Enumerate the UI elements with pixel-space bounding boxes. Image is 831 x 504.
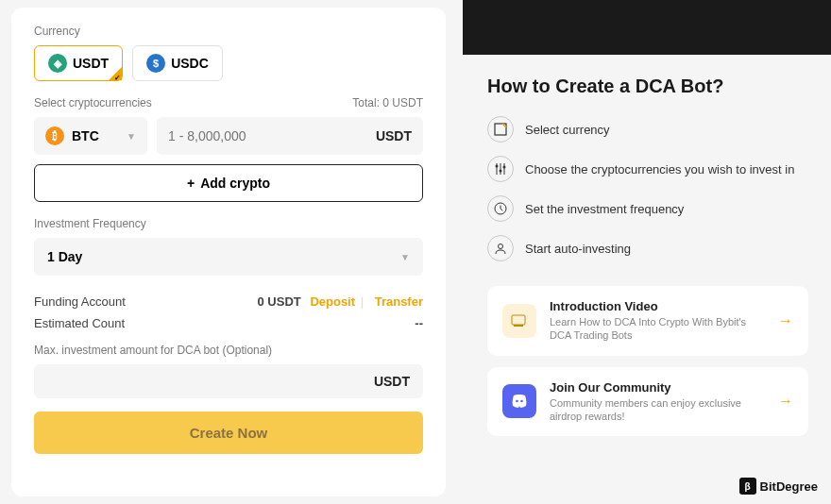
step-1: Select currency <box>487 116 808 143</box>
btc-icon: ₿ <box>45 126 64 145</box>
person-step-icon <box>487 235 514 261</box>
watermark-text: BitDegree <box>760 479 818 494</box>
currency-usdc-button[interactable]: $ USDC <box>132 45 223 81</box>
plus-icon: + <box>187 176 195 191</box>
currency-step-icon <box>487 116 514 143</box>
max-investment-input[interactable] <box>47 364 374 398</box>
chevron-down-icon: ▼ <box>400 252 410 262</box>
svg-point-12 <box>520 400 523 403</box>
svg-point-4 <box>496 165 499 168</box>
funding-account-label: Funding Account <box>34 294 126 309</box>
clock-step-icon <box>487 195 514 222</box>
currency-usdt-button[interactable]: ◈ USDT <box>34 45 123 81</box>
amount-unit: USDT <box>376 128 412 143</box>
deposit-link[interactable]: Deposit <box>310 294 355 309</box>
max-investment-label: Max. investment amount for DCA bot (Opti… <box>34 344 423 357</box>
step-2: Choose the cryptocurrencies you wish to … <box>487 156 808 182</box>
svg-rect-9 <box>512 315 525 325</box>
coin-code: BTC <box>72 128 99 143</box>
select-crypto-label: Select cryptocurrencies <box>34 96 152 109</box>
currency-code: USDC <box>171 56 209 71</box>
frequency-select[interactable]: 1 Day ▼ <box>34 238 423 276</box>
currency-label: Currency <box>34 25 423 38</box>
watermark: β BitDegree <box>739 478 818 495</box>
add-crypto-label: Add crypto <box>200 176 270 191</box>
intro-video-card[interactable]: Introduction Video Learn How to DCA Into… <box>487 286 808 356</box>
svg-point-8 <box>499 244 503 249</box>
card-desc: Community members can enjoy exclusive ai… <box>550 396 765 424</box>
step-text: Select currency <box>525 123 610 137</box>
step-text: Choose the cryptocurrencies you wish to … <box>525 162 794 176</box>
card-title: Join Our Community <box>550 380 765 395</box>
sliders-step-icon <box>487 156 514 182</box>
svg-point-5 <box>500 170 502 173</box>
svg-point-6 <box>503 166 506 169</box>
card-title: Introduction Video <box>550 299 765 313</box>
step-4: Start auto-investing <box>487 235 808 261</box>
step-text: Set the investment frequency <box>525 202 684 216</box>
frequency-value: 1 Day <box>47 249 82 264</box>
arrow-right-icon: → <box>778 312 793 329</box>
usdt-icon: ◈ <box>48 54 67 73</box>
community-card[interactable]: Join Our Community Community members can… <box>487 367 808 437</box>
bitdegree-icon: β <box>739 478 756 495</box>
currency-selector: ◈ USDT $ USDC <box>34 45 423 81</box>
max-unit: USDT <box>374 374 410 389</box>
svg-rect-10 <box>514 325 523 327</box>
amount-input[interactable] <box>168 119 376 153</box>
chevron-down-icon: ▼ <box>127 131 136 142</box>
dca-form-panel: Currency ◈ USDT $ USDC Select cryptocurr… <box>11 8 446 496</box>
coin-select[interactable]: ₿ BTC ▼ <box>34 117 147 155</box>
total-label: Total: 0 USDT <box>352 96 423 109</box>
video-icon <box>502 304 536 338</box>
usdc-icon: $ <box>146 54 165 73</box>
guide-panel: How to Create a DCA Bot? Select currency… <box>446 0 831 504</box>
transfer-link[interactable]: Transfer <box>375 294 423 309</box>
card-desc: Learn How to DCA Into Crypto With Bybit'… <box>550 315 765 343</box>
add-crypto-button[interactable]: + Add crypto <box>34 164 423 202</box>
create-now-button[interactable]: Create Now <box>34 412 423 454</box>
svg-point-11 <box>516 400 518 403</box>
funding-account-value: 0 USDT <box>258 294 301 309</box>
step-text: Start auto-investing <box>525 242 631 256</box>
guide-title: How to Create a DCA Bot? <box>487 76 808 97</box>
currency-code: USDT <box>73 56 109 71</box>
arrow-right-icon: → <box>778 393 793 410</box>
estimated-count-label: Estimated Count <box>34 316 125 330</box>
step-3: Set the investment frequency <box>487 195 808 222</box>
estimated-count-value: -- <box>415 316 423 330</box>
frequency-label: Investment Frequency <box>34 217 423 230</box>
discord-icon <box>502 384 536 418</box>
